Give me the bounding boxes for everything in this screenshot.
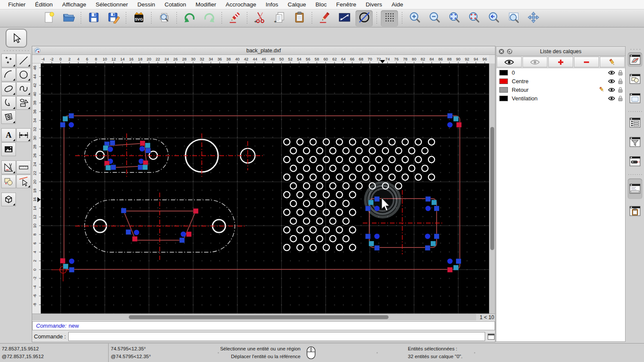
layer-visibility-eye-icon[interactable] (608, 96, 615, 101)
select-tool-button[interactable] (6, 29, 27, 48)
vertical-scrollbar[interactable] (489, 63, 495, 314)
hatch-tool-button[interactable] (1, 110, 16, 124)
menu-dessin[interactable]: Dessin (133, 0, 160, 9)
horizontal-scrollbar-thumb[interactable] (129, 315, 389, 319)
drawing-canvas[interactable] (41, 63, 489, 314)
blocks-dock-button[interactable] (628, 72, 642, 86)
svg-text:2: 2 (68, 57, 70, 61)
cube-tool-button[interactable] (1, 193, 16, 206)
command-dock-icon (629, 180, 641, 197)
layer-visibility-eye-icon[interactable] (608, 87, 615, 93)
zoom-window-button[interactable] (505, 10, 522, 27)
layer-row-0[interactable]: 0 (496, 68, 625, 77)
save-button[interactable] (85, 10, 102, 27)
paste-button[interactable] (291, 10, 308, 27)
point-tool-button[interactable] (1, 54, 16, 67)
svg-export-icon: SVG (133, 11, 145, 25)
layers-panel-titlebar[interactable]: Liste des calques (496, 47, 625, 56)
draw-pencil-button[interactable] (316, 10, 333, 27)
clipboard-dock-button[interactable] (628, 204, 642, 218)
arc-tool-button[interactable] (1, 68, 16, 81)
pan-button[interactable] (525, 10, 542, 27)
drawing-window-titlebar[interactable]: back_plate.dxf (32, 46, 495, 55)
add-layer-button[interactable] (548, 57, 573, 67)
undo-button[interactable] (181, 10, 198, 27)
layer-lock-icon[interactable] (618, 78, 623, 84)
menu-aide[interactable]: Aide (387, 0, 408, 9)
spline-tool-button[interactable] (16, 82, 31, 96)
menu-fichier[interactable]: Fichier (3, 0, 30, 9)
image-tool-button[interactable] (1, 142, 16, 156)
modify-tool-button[interactable] (1, 160, 16, 174)
zoom-selected-button[interactable] (465, 10, 483, 27)
menu-bloc[interactable]: Bloc (311, 0, 331, 9)
svg-export-button[interactable]: SVG (130, 10, 147, 27)
text-tool-button[interactable]: A (1, 128, 16, 142)
command-dock-button[interactable] (628, 178, 642, 199)
save-as-button[interactable] (105, 10, 122, 27)
hide-all-eye-button[interactable] (522, 57, 547, 67)
dimension-tool-button[interactable] (16, 128, 31, 142)
layer-color-swatch[interactable] (499, 87, 508, 93)
layer-color-swatch[interactable] (499, 70, 508, 75)
layer-color-swatch[interactable] (499, 78, 508, 84)
layer-row-ventilation[interactable]: Ventilation (496, 94, 625, 103)
svg-text:6: 6 (86, 57, 88, 61)
svg-text:16: 16 (129, 57, 134, 61)
print-preview-button[interactable] (155, 10, 173, 27)
command-input[interactable] (68, 332, 485, 341)
layer-visibility-eye-icon[interactable] (608, 78, 615, 84)
edit-layer-button[interactable] (600, 57, 625, 67)
menu-divers[interactable]: Divers (361, 0, 387, 9)
menu-modifier[interactable]: Modifier (191, 0, 221, 9)
circle-tool-button[interactable] (16, 68, 31, 81)
menu-calque[interactable]: Calque (283, 0, 311, 9)
menu-edition[interactable]: Édition (30, 0, 58, 9)
layer-color-swatch[interactable] (499, 96, 508, 101)
layer-visibility-eye-icon[interactable] (608, 70, 615, 75)
measure-tool-button[interactable] (16, 160, 31, 174)
library-dock-button[interactable] (628, 91, 642, 106)
menu-infos[interactable]: Infos (261, 0, 283, 9)
ellipse-tool-button[interactable] (1, 82, 16, 96)
remove-layer-button[interactable] (574, 57, 599, 67)
zoom-out-button[interactable] (426, 10, 443, 27)
layer-row-centre[interactable]: Centre (496, 77, 625, 85)
entity-list-dock-button[interactable] (628, 115, 642, 130)
line-tool-button[interactable] (16, 54, 31, 67)
horizontal-scrollbar[interactable] (32, 314, 476, 320)
cut-button[interactable]: + (251, 10, 268, 27)
new-button[interactable] (40, 10, 57, 27)
zoom-auto-button[interactable] (446, 10, 463, 27)
circle-line-button[interactable] (355, 10, 373, 27)
open-button[interactable] (60, 10, 77, 27)
menu-accrochage[interactable]: Accrochage (221, 0, 261, 9)
zoom-previous-button[interactable] (485, 10, 502, 27)
menu-fenetre[interactable]: Fenêtre (331, 0, 361, 9)
show-all-eye-button[interactable] (497, 57, 522, 67)
line-attributes-button[interactable] (336, 10, 353, 27)
menu-cotation[interactable]: Cotation (160, 0, 191, 9)
layer-lock-icon[interactable] (618, 87, 623, 93)
deselect-tool-button[interactable] (16, 175, 31, 188)
zoom-in-button[interactable] (406, 10, 423, 27)
polyline-tool-button[interactable] (1, 96, 16, 110)
menu-affichage[interactable]: Affichage (58, 0, 91, 9)
grid-button[interactable] (381, 10, 398, 27)
delete-button[interactable] (226, 10, 243, 27)
layer-lock-icon[interactable] (618, 69, 623, 75)
filter-dock-button[interactable] (628, 135, 642, 149)
copy-button[interactable]: + (271, 10, 288, 27)
layers-dock-button[interactable] (628, 52, 642, 67)
redo-button[interactable] (200, 10, 218, 27)
vertical-scrollbar-thumb[interactable] (490, 127, 494, 250)
layer-lock-icon[interactable] (618, 95, 623, 101)
block-tool-button[interactable] (1, 175, 16, 188)
menu-selectionner[interactable]: Sélectionner (91, 0, 133, 9)
palette-handle[interactable] (4, 49, 29, 52)
measure-dock-button[interactable] (628, 154, 642, 169)
command-window-button[interactable] (487, 333, 495, 340)
polygon-tool-button[interactable] (16, 96, 31, 110)
dock-handle[interactable] (629, 48, 641, 51)
layer-row-retour[interactable]: Retour (496, 85, 625, 94)
